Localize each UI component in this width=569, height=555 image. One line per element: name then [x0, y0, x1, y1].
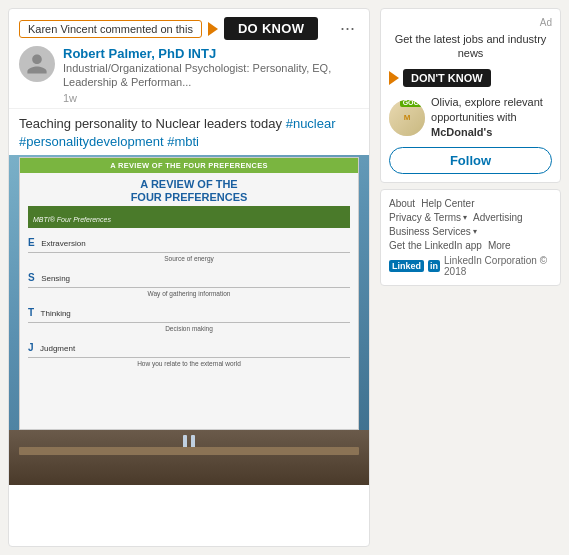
ad-label: Ad [389, 17, 552, 28]
slide-heading: A REVIEW OF THE FOUR PREFERENCES [20, 173, 358, 205]
chevron-down-icon: ▾ [463, 213, 467, 222]
footer-links: About Help Center Privacy & Terms ▾ Adve… [389, 198, 552, 251]
post-card: Karen Vincent commented on this DO KNOW … [8, 8, 370, 547]
slide-rows: E Extraversion Source of energy S Sensin… [20, 229, 358, 375]
word-judgment: Judgment [40, 344, 75, 353]
footer-link-business[interactable]: Business Services ▾ [389, 226, 477, 237]
ad-headline: Get the latest jobs and industry news [389, 32, 552, 61]
slide-row-s: S Sensing Way of gathering information [28, 267, 350, 297]
letter-t: T [28, 307, 34, 318]
projection-screen: A REVIEW OF THE FOUR PREFERENCES A REVIE… [19, 157, 359, 430]
arrow-orange-icon [389, 71, 399, 85]
arrow-icon [208, 22, 218, 36]
letter-s: S [28, 272, 35, 283]
dont-know-area: DON'T KNOW [389, 69, 552, 87]
row-line-j [28, 357, 350, 358]
footer-link-app[interactable]: Get the LinkedIn app [389, 240, 482, 251]
ad-body-text: Olivia, explore relevant opportunities w… [431, 96, 543, 123]
linkedin-icon: Linked [389, 260, 424, 272]
hashtag-mbti[interactable]: #mbti [167, 134, 199, 149]
word-extraversion: Extraversion [41, 239, 85, 248]
ad-company-name: McDonald's [431, 126, 492, 138]
slide-mbti-text: MBTI® Four Preferences [33, 216, 111, 223]
avatar [19, 46, 55, 82]
footer-link-advertising[interactable]: Advertising [473, 212, 522, 223]
do-know-button[interactable]: DO KNOW [224, 17, 318, 40]
follow-button[interactable]: Follow [389, 147, 552, 174]
more-options-button[interactable]: ··· [336, 18, 359, 39]
slide-green-header: A REVIEW OF THE FOUR PREFERENCES [20, 158, 358, 173]
author-name[interactable]: Robert Palmer, PhD INTJ [63, 46, 359, 61]
post-header: Karen Vincent commented on this DO KNOW … [9, 9, 369, 109]
good-badge: GOOD [400, 100, 425, 107]
comment-banner: Karen Vincent commented on this DO KNOW … [19, 17, 359, 40]
post-time: 1w [63, 92, 359, 104]
table-surface [19, 447, 359, 455]
author-row: Robert Palmer, PhD INTJ Industrial/Organ… [19, 46, 359, 104]
author-info: Robert Palmer, PhD INTJ Industrial/Organ… [63, 46, 359, 104]
chevron-down-icon-2: ▾ [473, 227, 477, 236]
post-text: Teaching personality to Nuclear leaders … [19, 116, 282, 131]
company-area: M GOOD Olivia, explore relevant opportun… [389, 95, 552, 141]
linkedin-logo: Linkedin LinkedIn Corporation © 2018 [389, 255, 552, 277]
ad-company-text: Olivia, explore relevant opportunities w… [431, 95, 552, 141]
footer-link-privacy[interactable]: Privacy & Terms ▾ [389, 212, 467, 223]
slide-row-t: T Thinking Decision making [28, 302, 350, 332]
ad-box: Ad Get the latest jobs and industry news… [380, 8, 561, 183]
desc-t: Decision making [28, 325, 350, 332]
right-column: Ad Get the latest jobs and industry news… [380, 8, 561, 547]
slide-green-title: A REVIEW OF THE FOUR PREFERENCES [20, 161, 358, 170]
bottle-1 [183, 435, 187, 447]
row-line-t [28, 322, 350, 323]
slide-mbti-bar: MBTI® Four Preferences [28, 206, 350, 228]
footer-box: About Help Center Privacy & Terms ▾ Adve… [380, 189, 561, 286]
footer-link-about[interactable]: About [389, 198, 415, 209]
linkedin-in: in [428, 260, 440, 272]
company-logo: M GOOD [389, 100, 425, 136]
desc-j: How you relate to the external world [28, 360, 350, 367]
comment-text: Karen Vincent commented on this [19, 20, 202, 38]
room-scene [9, 430, 369, 485]
word-thinking: Thinking [41, 309, 71, 318]
desc-e: Source of energy [28, 255, 350, 262]
post-body: Teaching personality to Nuclear leaders … [9, 109, 369, 155]
row-line-e [28, 252, 350, 253]
slide-row-j: J Judgment How you relate to the externa… [28, 337, 350, 367]
author-title: Industrial/Organizational Psychologist: … [63, 61, 359, 90]
post-image: A REVIEW OF THE FOUR PREFERENCES A REVIE… [9, 155, 369, 485]
letter-j: J [28, 342, 34, 353]
slide-row-e: E Extraversion Source of energy [28, 232, 350, 262]
desc-s: Way of gathering information [28, 290, 350, 297]
footer-link-help[interactable]: Help Center [421, 198, 474, 209]
footer-link-more[interactable]: More [488, 240, 511, 251]
table-items [183, 435, 195, 447]
hashtag-personalitydevelopment[interactable]: #personalitydevelopment [19, 134, 164, 149]
bottle-2 [191, 435, 195, 447]
word-sensing: Sensing [41, 274, 70, 283]
copyright-text: LinkedIn Corporation © 2018 [444, 255, 552, 277]
row-line-s [28, 287, 350, 288]
letter-e: E [28, 237, 35, 248]
dont-know-button[interactable]: DON'T KNOW [403, 69, 491, 87]
hashtag-nuclear[interactable]: #nuclear [286, 116, 336, 131]
